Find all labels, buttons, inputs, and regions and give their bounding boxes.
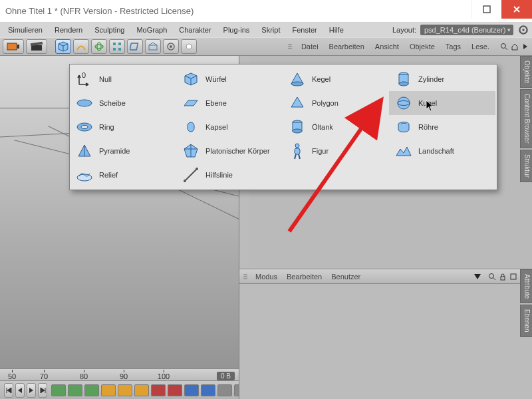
material-chip[interactable]	[217, 384, 232, 396]
sidetab-ebenen[interactable]: Ebenen	[520, 305, 532, 336]
step-back-icon[interactable]	[15, 383, 25, 398]
menu-sculpting[interactable]: Sculpting	[89, 24, 130, 36]
arrow-right-icon[interactable]	[521, 43, 529, 51]
tool-camera-icon[interactable]	[163, 39, 179, 54]
sphere-icon	[394, 94, 413, 112]
search-icon[interactable]	[500, 43, 508, 51]
menu-simulieren[interactable]: Simulieren	[3, 24, 48, 36]
ruler-tick: 80	[64, 372, 104, 380]
primitive-item-sphere[interactable]: Kugel	[389, 91, 495, 115]
material-chip[interactable]	[151, 384, 166, 396]
menu-skript[interactable]: Skript	[256, 24, 285, 36]
primitive-item-cube[interactable]: Würfel	[176, 67, 283, 91]
menu-fenster[interactable]: Fenster	[287, 24, 322, 36]
close-button[interactable]	[501, 0, 532, 19]
material-chip[interactable]	[234, 384, 239, 396]
gear-icon[interactable]	[517, 24, 529, 36]
tool-clapper-icon[interactable]	[26, 39, 47, 54]
primitive-label: Röhre	[418, 123, 438, 131]
sidetab-content[interactable]: Content Browser	[520, 89, 532, 148]
primitive-label: Kapsel	[205, 123, 228, 131]
primitive-item-platonic[interactable]: Platonischer Körper	[176, 139, 283, 163]
layout-selector[interactable]: psd_R14_c4d (Benutzer)	[420, 25, 513, 35]
objmenu-ansicht[interactable]: Ansicht	[371, 41, 403, 52]
tool-light-icon[interactable]	[181, 39, 197, 54]
ruler-tick: 70	[24, 372, 64, 380]
svg-text:0: 0	[82, 71, 86, 79]
svg-rect-31	[188, 122, 194, 132]
primitive-item-guide[interactable]: Hilfslinie	[176, 163, 283, 187]
primitive-item-figure[interactable]: Figur	[283, 139, 389, 163]
tool-scene-icon[interactable]	[145, 39, 161, 54]
primitive-item-cylinder[interactable]: Zylinder	[389, 67, 495, 91]
objmenu-objekte[interactable]: Objekte	[406, 41, 439, 52]
tool-spline-icon[interactable]	[73, 39, 89, 54]
primitive-item-cone[interactable]: Kegel	[283, 67, 389, 91]
objmenu-lese[interactable]: Lese.	[467, 41, 493, 52]
primitive-item-plane[interactable]: Ebene	[176, 91, 283, 115]
primitive-label: Kegel	[312, 75, 331, 83]
attr-menu-modus[interactable]: Modus	[251, 273, 281, 281]
search-icon[interactable]	[488, 273, 496, 281]
primitive-item-relief[interactable]: Relief	[70, 163, 176, 187]
objmenu-bearbeiten[interactable]: Bearbeiten	[325, 41, 368, 52]
material-chip[interactable]	[84, 384, 99, 396]
attr-menu-bearbeiten[interactable]: Bearbeiten	[283, 273, 326, 281]
material-chip[interactable]	[134, 384, 149, 396]
new-tab-icon[interactable]	[509, 273, 517, 281]
capsule-icon	[182, 118, 200, 136]
home-icon[interactable]	[511, 43, 519, 51]
material-chip[interactable]	[101, 384, 116, 396]
primitive-label: Zylinder	[418, 75, 444, 83]
goto-start-icon[interactable]	[4, 383, 13, 398]
material-chip[interactable]	[168, 384, 182, 396]
primitive-label: Figur	[312, 147, 329, 155]
primitive-item-pyramid[interactable]: Pyramide	[70, 139, 176, 163]
primitive-item-oiltank[interactable]: Öltank	[283, 115, 389, 139]
material-chip[interactable]	[118, 384, 132, 396]
svg-rect-3	[7, 43, 17, 50]
lock-icon[interactable]	[499, 273, 507, 281]
timeline-ruler[interactable]: 50 70 80 90 100	[0, 368, 239, 380]
tool-render-icon[interactable]	[3, 39, 24, 54]
panel-grip-icon[interactable]	[243, 274, 250, 279]
tool-cube-primitive-button[interactable]	[55, 39, 71, 54]
play-icon[interactable]	[27, 383, 36, 398]
tool-nurbs-icon[interactable]	[91, 39, 107, 54]
primitive-item-capsule[interactable]: Kapsel	[176, 115, 283, 139]
primitive-label: Landschaft	[418, 147, 454, 155]
material-chip[interactable]	[51, 384, 66, 396]
attr-menu-benutzer[interactable]: Benutzer	[327, 273, 364, 281]
menu-charakter[interactable]: Charakter	[174, 24, 216, 36]
main-toolbar: Datei Bearbeiten Ansicht Objekte Tags Le…	[0, 37, 532, 56]
panel-grip-icon[interactable]	[288, 44, 295, 49]
menu-plugins[interactable]: Plug-ins	[218, 24, 255, 36]
primitive-item-null[interactable]: 0Null	[70, 67, 176, 91]
primitive-item-tube[interactable]: Röhre	[389, 115, 495, 139]
primitive-item-landscape[interactable]: Landschaft	[389, 139, 495, 163]
sidetab-attribute[interactable]: Attribute	[520, 269, 532, 303]
menu-hilfe[interactable]: Hilfe	[324, 24, 349, 36]
cone-icon	[288, 70, 307, 88]
collapse-triangle-icon[interactable]	[473, 273, 481, 280]
material-chip[interactable]	[201, 384, 215, 396]
cylinder-icon	[394, 70, 413, 88]
objmenu-datei[interactable]: Datei	[297, 41, 323, 52]
svg-rect-10	[113, 43, 116, 45]
menu-rendern[interactable]: Rendern	[49, 24, 88, 36]
step-fwd-icon[interactable]	[38, 383, 47, 398]
material-chip[interactable]	[68, 384, 82, 396]
maximize-button[interactable]	[471, 0, 501, 19]
menu-mograph[interactable]: MoGraph	[131, 24, 172, 36]
sidetab-objekte[interactable]: Objekte	[520, 56, 532, 88]
primitive-item-polygon[interactable]: Polygon	[283, 91, 389, 115]
tube-icon	[394, 118, 413, 136]
objmenu-tags[interactable]: Tags	[442, 41, 465, 52]
tool-deformer-icon[interactable]	[127, 39, 143, 54]
tool-array-icon[interactable]	[109, 39, 125, 54]
primitive-item-disc[interactable]: Scheibe	[70, 91, 176, 115]
primitive-item-torus[interactable]: Ring	[70, 115, 176, 139]
material-chip[interactable]	[184, 384, 199, 396]
sidetab-struktur[interactable]: Struktur	[520, 150, 532, 182]
svg-point-34	[184, 180, 186, 182]
